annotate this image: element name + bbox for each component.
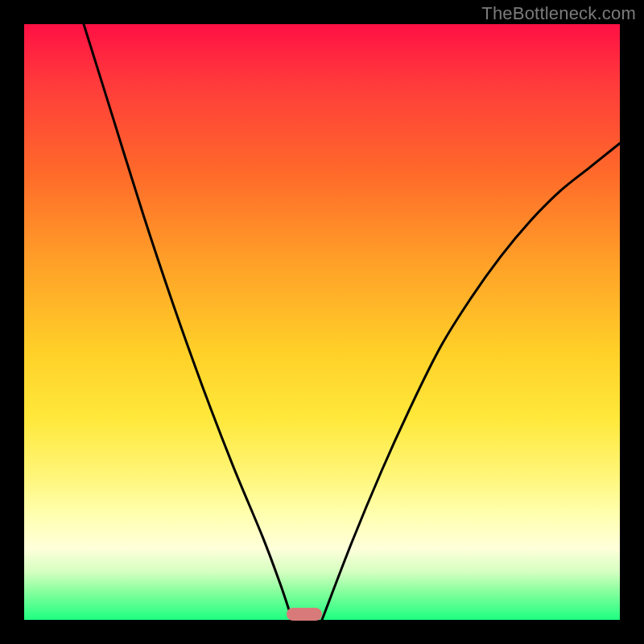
- curve-left-branch: [84, 24, 292, 620]
- optimal-marker: [287, 608, 322, 621]
- plot-area: [24, 24, 620, 620]
- curve-right-branch: [322, 143, 620, 620]
- watermark-text: TheBottleneck.com: [481, 3, 636, 24]
- bottleneck-curve: [24, 24, 620, 620]
- chart-frame: TheBottleneck.com: [0, 0, 644, 644]
